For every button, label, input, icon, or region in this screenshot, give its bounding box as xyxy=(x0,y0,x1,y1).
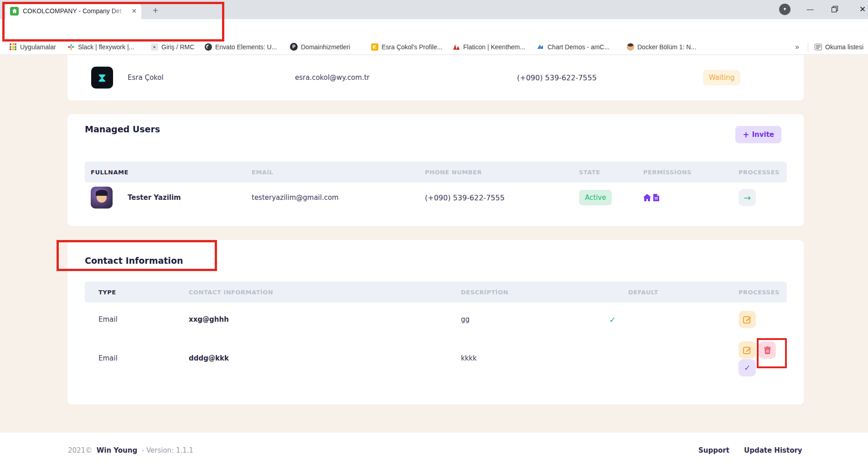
contact-description: gg xyxy=(461,315,470,324)
user-permissions xyxy=(643,194,659,201)
bookmark-label: Giriş / RMC xyxy=(161,43,194,51)
bookmark-label: Chart Demos - amC... xyxy=(548,43,610,51)
media-control-icon[interactable]: ▼ xyxy=(779,4,790,15)
contact-row: Email dddg@kkk kkkk ✓ xyxy=(85,345,787,372)
reading-list-button[interactable]: Okuma listesi xyxy=(814,39,863,54)
user-avatar xyxy=(91,187,113,209)
hourglass-icon: ⧗ xyxy=(98,71,106,85)
footer-copyright: 2021© Win Young - Version: 1.1.1 xyxy=(68,446,193,455)
contact-type: Email xyxy=(98,315,118,324)
col-phone: PHONE NUMBER xyxy=(425,169,482,176)
footer-year: 2021© xyxy=(68,446,92,455)
bookmark-domainhizmetleri[interactable]: P Domainhizmetleri xyxy=(290,39,350,54)
envato-icon xyxy=(204,43,212,51)
set-default-contact-button[interactable]: ✓ xyxy=(739,359,756,376)
window-restore-button[interactable] xyxy=(832,6,838,14)
invite-label: Invite xyxy=(752,131,774,139)
window-minimize-button[interactable]: — xyxy=(805,5,815,15)
support-link[interactable]: Support xyxy=(698,446,729,455)
contact-type: Email xyxy=(98,354,118,362)
user-phone: (+090) 539-622-7555 xyxy=(425,193,505,202)
update-history-link[interactable]: Update History xyxy=(744,446,802,455)
col-contact-information: CONTACT INFORMATİON xyxy=(189,289,273,296)
bookmark-label: Domainhizmetleri xyxy=(301,43,350,51)
user-fullname: Tester Yazilim xyxy=(128,193,181,202)
col-fullname: FULLNAME xyxy=(91,169,129,176)
company-owner-card: ⧗ Esra Çokol esra.cokol@wy.com.tr (+090)… xyxy=(67,55,804,100)
contact-description: kkkk xyxy=(461,354,477,362)
user-detail-arrow-button[interactable]: → xyxy=(739,189,756,206)
col-email: EMAİL xyxy=(252,169,274,176)
bookmark-label: Envato Elements: U... xyxy=(215,43,277,51)
apps-grid-icon xyxy=(9,43,17,51)
keenthemes-icon xyxy=(452,43,460,51)
contact-row: Email xxg@ghhh gg ✓ xyxy=(85,306,787,333)
edit-pencil-icon xyxy=(743,315,751,324)
owner-status-badge: Waiting xyxy=(703,70,740,85)
managed-users-table-header: FULLNAME EMAİL PHONE NUMBER STATE PERMİS… xyxy=(85,162,787,183)
plus-icon: + xyxy=(743,130,749,139)
annotation-box-delete-button xyxy=(757,338,787,368)
edit-pencil-icon xyxy=(743,346,751,354)
owner-name: Esra Çokol xyxy=(128,73,164,82)
owner-avatar: ⧗ xyxy=(91,67,113,89)
footer-version: - Version: 1.1.1 xyxy=(142,446,193,455)
col-processes: PROCESSES xyxy=(739,289,780,296)
col-permissions: PERMİSSİONS xyxy=(643,169,692,176)
bookmark-docker[interactable]: Docker Bölüm 1: N... xyxy=(626,39,696,54)
col-state: STATE xyxy=(579,169,600,176)
check-icon: ✓ xyxy=(744,363,750,372)
managed-users-card: Managed Users + Invite FULLNAME EMAİL PH… xyxy=(67,114,804,226)
bookmark-label: Flaticon | Keenthem... xyxy=(463,43,525,51)
edit-contact-button[interactable] xyxy=(739,311,756,328)
user-email: testeryazilim@gmail.com xyxy=(252,193,339,202)
arrow-right-icon: → xyxy=(744,193,751,203)
user-state-badge: Active xyxy=(579,190,612,205)
bookmarks-bar: Uygulamalar Slack | flexywork |... ➤ Gir… xyxy=(0,39,868,55)
contact-value: dddg@kkk xyxy=(189,354,229,362)
home-permission-icon xyxy=(643,194,651,201)
footer: 2021© Win Young - Version: 1.1.1 Support… xyxy=(0,433,868,465)
bookmark-label: Docker Bölüm 1: N... xyxy=(637,43,696,51)
managed-user-row: Tester Yazilim testeryazilim@gmail.com (… xyxy=(85,184,787,211)
reading-list-icon xyxy=(814,43,822,51)
arrow-badge-icon: ➤ xyxy=(150,43,158,51)
footer-brand: Win Young xyxy=(97,446,137,455)
bookmarks-overflow-chevron[interactable]: » xyxy=(795,39,799,54)
default-check-icon: ✓ xyxy=(609,315,616,324)
invite-button[interactable]: + Invite xyxy=(735,126,781,143)
annotation-box-tab-url xyxy=(2,2,224,42)
annotation-box-contact-title xyxy=(57,240,217,271)
k-square-icon: K xyxy=(371,43,378,51)
col-type: TYPE xyxy=(98,289,116,296)
p-circle-icon: P xyxy=(290,43,298,51)
bookmark-amcharts[interactable]: Chart Demos - amC... xyxy=(537,39,610,54)
bookmark-label: Slack | flexywork |... xyxy=(78,43,134,51)
bookmark-label: Esra Çokol's Profile... xyxy=(382,43,442,51)
avatar-face-icon xyxy=(626,43,634,51)
document-permission-icon xyxy=(653,194,659,201)
contact-value: xxg@ghhh xyxy=(189,315,229,324)
slack-icon xyxy=(67,43,75,51)
col-description: DESCRİPTİON xyxy=(461,289,508,296)
amcharts-icon xyxy=(537,43,544,51)
managed-users-title: Managed Users xyxy=(85,124,160,134)
reading-list-label: Okuma listesi xyxy=(825,43,863,51)
owner-phone: (+090) 539-622-7555 xyxy=(517,73,597,82)
contact-table-header: TYPE CONTACT INFORMATİON DESCRİPTİON DEF… xyxy=(85,282,787,303)
col-default: DEFAULT xyxy=(628,289,658,296)
edit-contact-button[interactable] xyxy=(739,341,756,359)
window-close-button[interactable]: ✕ xyxy=(857,4,868,15)
bookmark-flaticon[interactable]: Flaticon | Keenthem... xyxy=(452,39,525,54)
owner-email: esra.cokol@wy.com.tr xyxy=(295,73,370,82)
col-processes: PROCESSES xyxy=(739,169,780,176)
bookmark-esra-profile[interactable]: K Esra Çokol's Profile... xyxy=(371,39,442,54)
bookmark-label: Uygulamalar xyxy=(20,43,56,51)
bookmarks-divider xyxy=(808,42,808,52)
